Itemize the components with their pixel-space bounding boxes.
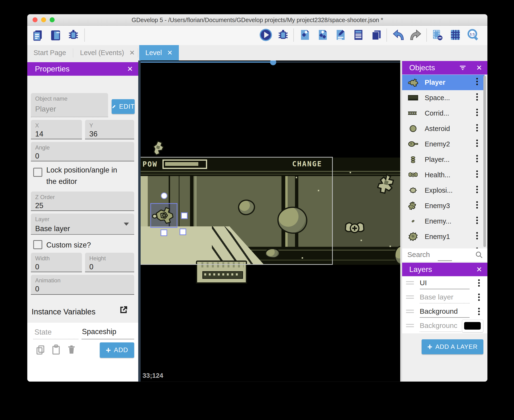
custom-size-checkbox[interactable] xyxy=(33,240,42,249)
asteroid-instance[interactable] xyxy=(238,200,255,215)
drag-handle-icon[interactable] xyxy=(406,310,414,315)
debris-instance[interactable] xyxy=(153,141,164,155)
layer-row-base[interactable]: Base layer xyxy=(402,291,487,305)
guide-handle[interactable] xyxy=(270,60,276,65)
health-pickup-instance[interactable] xyxy=(345,221,364,236)
enemy3-instance[interactable] xyxy=(377,174,395,196)
add-object-icon[interactable] xyxy=(298,28,312,42)
object-row-explosion[interactable]: Explosi... xyxy=(402,183,484,198)
deselect-all-icon[interactable] xyxy=(431,28,445,42)
layer-row-ui[interactable]: UI xyxy=(402,277,487,291)
undo-icon[interactable] xyxy=(391,28,405,42)
object-row-player[interactable]: Player xyxy=(402,75,484,90)
zoom-1-1-icon[interactable]: 1:1 xyxy=(466,28,480,42)
drag-handle-icon[interactable] xyxy=(406,281,414,286)
close-icon[interactable]: ✕ xyxy=(476,64,482,72)
height-field[interactable]: Height 0 xyxy=(85,253,134,272)
layer-row-background-color[interactable]: Backgrounc xyxy=(402,319,487,333)
panel-splitter[interactable] xyxy=(138,60,141,382)
layer-menu-icon[interactable] xyxy=(478,308,480,315)
layer-row-background[interactable]: Background xyxy=(402,305,487,319)
tab-level-events[interactable]: Level (Events) ✕ xyxy=(74,45,141,60)
object-menu-icon[interactable] xyxy=(476,201,478,209)
open-variables-icon[interactable] xyxy=(118,304,129,316)
object-row-attack[interactable]: Attack... xyxy=(402,244,484,248)
close-icon[interactable]: ✕ xyxy=(476,265,482,274)
delete-variable-icon[interactable] xyxy=(66,344,77,356)
add-variable-button[interactable]: + ADD xyxy=(100,342,134,358)
object-row-enemy1[interactable]: Enemy1 xyxy=(402,229,484,245)
object-row-asteroid[interactable]: Asteroid xyxy=(402,121,484,137)
resize-handle[interactable] xyxy=(161,229,167,236)
drag-handle-icon[interactable] xyxy=(406,295,414,300)
x-position-field[interactable]: X 14 xyxy=(31,120,82,139)
layer-color-swatch[interactable] xyxy=(462,320,483,332)
paste-variable-icon[interactable] xyxy=(51,344,61,356)
redo-icon[interactable] xyxy=(409,28,423,42)
drag-handle-icon[interactable] xyxy=(406,324,414,329)
copy-stack-icon[interactable] xyxy=(369,28,383,42)
search-icon[interactable] xyxy=(475,251,483,259)
object-menu-icon[interactable] xyxy=(476,170,478,178)
player-instance-selected[interactable] xyxy=(150,203,177,228)
layer-menu-icon[interactable] xyxy=(478,279,480,287)
object-row-enemy2[interactable]: Enemy2 xyxy=(402,136,484,152)
layer-menu-icon[interactable] xyxy=(478,293,480,301)
object-menu-icon[interactable] xyxy=(476,109,478,116)
layer-name[interactable]: UI xyxy=(420,279,470,289)
edit-scene-properties-icon[interactable] xyxy=(334,28,347,42)
object-row-health[interactable]: Health... xyxy=(402,167,484,183)
layer-select[interactable]: Layer Base layer xyxy=(31,214,134,235)
close-icon[interactable]: ✕ xyxy=(127,65,133,73)
object-menu-icon[interactable] xyxy=(476,186,478,193)
angle-field[interactable]: Angle 0 xyxy=(31,142,134,161)
y-position-field[interactable]: Y 36 xyxy=(85,120,134,139)
asteroid-instance[interactable] xyxy=(265,248,280,258)
close-icon[interactable]: ✕ xyxy=(129,50,135,56)
object-menu-icon[interactable] xyxy=(476,232,478,240)
object-menu-icon[interactable] xyxy=(476,78,478,85)
object-row-enemybullet[interactable]: Enemy... xyxy=(402,214,484,229)
variable-value-cell[interactable]: Spaceship xyxy=(82,327,116,336)
filter-icon[interactable] xyxy=(459,65,466,71)
edit-object-button[interactable]: EDIT xyxy=(112,99,135,114)
object-row-enemy3[interactable]: Enemy3 xyxy=(402,198,484,214)
objects-scrollbar[interactable] xyxy=(483,76,486,247)
object-row-playerbullet[interactable]: Player... xyxy=(402,152,484,167)
asteroid-instance[interactable] xyxy=(277,207,307,234)
debug-preview-icon[interactable] xyxy=(276,28,290,42)
object-menu-icon[interactable] xyxy=(476,140,478,147)
rotate-handle[interactable] xyxy=(161,192,168,199)
debugger-icon[interactable] xyxy=(67,28,80,42)
preview-play-icon[interactable] xyxy=(259,28,273,42)
search-input[interactable] xyxy=(407,250,467,259)
object-row-spaceship[interactable]: Space... xyxy=(402,90,484,106)
resize-handle[interactable] xyxy=(181,212,188,219)
object-menu-icon[interactable] xyxy=(476,124,478,131)
object-menu-icon[interactable] xyxy=(476,155,478,162)
layer-name[interactable]: Background xyxy=(420,307,470,318)
tab-level[interactable]: Level ✕ xyxy=(139,45,179,60)
panel-splitter-right[interactable] xyxy=(400,60,402,382)
width-field[interactable]: Width 0 xyxy=(31,253,82,272)
scene-editor-canvas[interactable]: POW CHANGE xyxy=(141,60,400,382)
animation-field[interactable]: Animation 0 xyxy=(31,275,134,295)
tab-start-page[interactable]: Start Page xyxy=(27,45,72,60)
grid-icon[interactable] xyxy=(448,28,462,42)
close-icon[interactable]: ✕ xyxy=(167,50,172,56)
project-manager-icon[interactable] xyxy=(31,28,45,42)
object-row-corridor[interactable]: Corrid... xyxy=(402,105,484,121)
resize-handle[interactable] xyxy=(180,229,186,235)
add-layer-button[interactable]: + ADD A LAYER xyxy=(422,339,483,354)
lock-position-checkbox[interactable] xyxy=(33,168,42,177)
variable-name-cell[interactable]: State xyxy=(34,328,52,337)
layer-name[interactable]: Backgrounc xyxy=(420,322,461,332)
object-menu-icon[interactable] xyxy=(476,93,478,101)
start-page-icon[interactable] xyxy=(49,28,62,42)
z-order-field[interactable]: Z Order 25 xyxy=(31,191,134,211)
object-menu-icon[interactable] xyxy=(476,217,478,224)
open-instances-list-icon[interactable] xyxy=(352,28,365,42)
layer-name[interactable]: Base layer xyxy=(420,293,470,303)
copy-variable-icon[interactable] xyxy=(35,344,46,356)
add-objects-group-icon[interactable] xyxy=(316,28,330,42)
